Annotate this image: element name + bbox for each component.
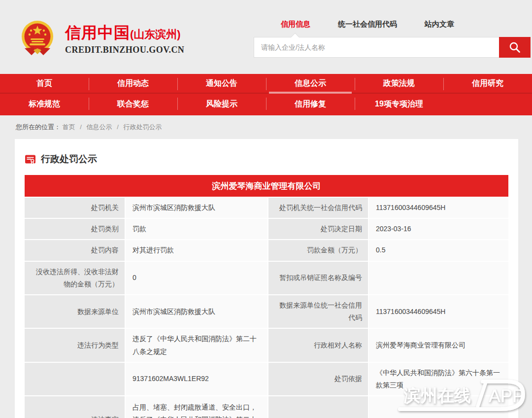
- table-label-cell: 处罚机关统一社会信用代码: [268, 198, 368, 218]
- nav-item-policies[interactable]: 政策法规: [355, 74, 443, 93]
- table-value-cell: 11371600344609645H: [369, 295, 508, 328]
- tab-site-articles[interactable]: 站内文章: [425, 20, 454, 29]
- table-label-cell: 违法事实: [25, 396, 125, 418]
- nav-item-credit-news[interactable]: 信用动态: [89, 74, 177, 93]
- breadcrumb-info-disclosure[interactable]: 信息公示: [87, 123, 112, 131]
- table-value-cell: 罚款: [126, 219, 267, 239]
- tab-unified-social-credit-code[interactable]: 统一社会信用代码: [338, 20, 397, 29]
- table-label-cell: [25, 363, 125, 395]
- logo-region: (山东滨州): [130, 28, 181, 40]
- table-row: 数据来源单位 滨州市滨城区消防救援大队 数据来源单位统一社会信用代码 11371…: [25, 295, 508, 328]
- logo-text-block: 信用中国(山东滨州) CREDIT.BINZHOU.GOV.CN: [65, 22, 184, 55]
- table-label-cell: 行政相对人名称: [268, 329, 368, 361]
- table-label-cell: 处罚类别: [25, 219, 125, 239]
- logo-title: 信用中国: [65, 24, 130, 41]
- table-value-cell: 滨州爱琴海商业管理有限公司: [369, 329, 508, 361]
- table-label-cell: 数据来源单位统一社会信用代码: [268, 295, 368, 328]
- search-icon: [508, 41, 521, 54]
- content-panel: 行政处罚公示 滨州爱琴海商业管理有限公司 处罚机关 滨州市滨城区消防救援大队 处…: [15, 139, 518, 418]
- table-label-cell: 暂扣或吊销证照名称及编号: [268, 262, 368, 294]
- table-label-cell: 处罚机关: [25, 198, 125, 218]
- nav-item-credit-repair[interactable]: 信用修复: [266, 94, 355, 114]
- table-label-cell: 罚款金额（万元）: [268, 240, 368, 260]
- table-label-cell: 数据来源单位: [25, 295, 125, 328]
- breadcrumb: 您所在的位置： 首页 / 信息公示 / 行政处罚公示: [0, 115, 532, 132]
- search-box: [254, 37, 531, 58]
- site-header: 信用中国(山东滨州) CREDIT.BINZHOU.GOV.CN 信用信息 统一…: [0, 0, 532, 74]
- table-value-cell: 0: [126, 262, 267, 294]
- nav-row-2: 标准规范 联合奖惩 风险提示 信用修复 19项专项治理: [0, 94, 532, 114]
- table-value-cell: 滨州市滨城区消防救援大队: [126, 295, 267, 328]
- main-navigation: 首页 信用动态 通知公告 信息公示 政策法规 信用研究 标准规范 联合奖惩 风险…: [0, 74, 532, 115]
- table-row: 处罚内容 对其进行罚款 罚款金额（万元） 0.5: [25, 240, 508, 260]
- breadcrumb-separator: /: [117, 123, 119, 131]
- certificate-icon: [25, 154, 36, 165]
- table-row: 91371602MA3WL1ER92 处罚依据 《中华人民共和国消防法》第六十条…: [25, 363, 508, 395]
- table-value-cell: [369, 396, 508, 418]
- table-value-cell: 2023-03-16: [369, 219, 508, 239]
- table-row: 违法行为类型 违反了《中华人民共和国消防法》第二十八条之规定 行政相对人名称 滨…: [25, 329, 508, 361]
- table-value-cell: 0.5: [369, 240, 508, 260]
- company-name-header: 滨州爱琴海商业管理有限公司: [25, 175, 508, 197]
- table-label-cell: 没收违法所得、没收非法财物的金额（万元）: [25, 262, 125, 294]
- breadcrumb-home[interactable]: 首页: [63, 123, 75, 131]
- table-label-cell: 处罚内容: [25, 240, 125, 260]
- table-value-cell: 《中华人民共和国消防法》第六十条第一款第三项: [369, 363, 508, 395]
- table-value-cell: 11371600344609645H: [369, 198, 508, 218]
- table-row: 处罚类别 罚款 处罚决定日期 2023-03-16: [25, 219, 508, 239]
- logo-domain: CREDIT.BINZHOU.GOV.CN: [65, 45, 184, 55]
- table-row: 违法事实 占用、堵塞、封闭疏散通道、安全出口，违反了《中华人民共和国消防法》第二…: [25, 396, 508, 418]
- nav-item-info-disclosure[interactable]: 信息公示: [266, 74, 355, 93]
- breadcrumb-admin-penalty[interactable]: 行政处罚公示: [123, 123, 162, 131]
- search-tabs: 信用信息 统一社会信用代码 站内文章: [281, 20, 531, 29]
- search-area: 信用信息 统一社会信用代码 站内文章: [254, 20, 531, 58]
- nav-item-standards[interactable]: 标准规范: [0, 94, 89, 114]
- table-value-cell: 91371602MA3WL1ER92: [126, 363, 267, 395]
- penalty-table: 滨州爱琴海商业管理有限公司 处罚机关 滨州市滨城区消防救援大队 处罚机关统一社会…: [24, 174, 509, 418]
- table-value-cell: 对其进行罚款: [126, 240, 267, 260]
- nav-item-risk-alerts[interactable]: 风险提示: [177, 94, 266, 114]
- breadcrumb-prefix: 您所在的位置：: [16, 123, 61, 131]
- search-input[interactable]: [254, 37, 499, 58]
- table-value-cell: 滨州市滨城区消防救援大队: [126, 198, 267, 218]
- table-row: 处罚机关 滨州市滨城区消防救援大队 处罚机关统一社会信用代码 113716003…: [25, 198, 508, 218]
- nav-item-19-special-governance[interactable]: 19项专项治理: [355, 94, 443, 114]
- table-label-cell: 违法行为类型: [25, 329, 125, 361]
- nav-item-notices[interactable]: 通知公告: [177, 74, 266, 93]
- china-national-emblem-icon: [17, 18, 58, 59]
- table-label-cell: [268, 396, 368, 418]
- table-label-cell: 处罚依据: [268, 363, 368, 395]
- breadcrumb-separator: /: [80, 123, 82, 131]
- site-logo[interactable]: 信用中国(山东滨州) CREDIT.BINZHOU.GOV.CN: [17, 18, 184, 59]
- table-row: 没收违法所得、没收非法财物的金额（万元） 0 暂扣或吊销证照名称及编号: [25, 262, 508, 294]
- page-title: 行政处罚公示: [41, 153, 97, 166]
- table-label-cell: 处罚决定日期: [268, 219, 368, 239]
- nav-item-joint-rewards-punishments[interactable]: 联合奖惩: [89, 94, 177, 114]
- page-title-row: 行政处罚公示: [15, 139, 518, 166]
- table-value-cell: [369, 262, 508, 294]
- search-button[interactable]: [499, 37, 531, 58]
- table-value-cell: 违反了《中华人民共和国消防法》第二十八条之规定: [126, 329, 267, 361]
- table-company-header-row: 滨州爱琴海商业管理有限公司: [25, 175, 508, 197]
- nav-item-home[interactable]: 首页: [0, 74, 89, 93]
- tab-credit-info[interactable]: 信用信息: [281, 20, 310, 29]
- table-value-cell: 占用、堵塞、封闭疏散通道、安全出口，违反了《中华人民共和国消防法》第二十八条之规…: [126, 396, 267, 418]
- nav-row-1: 首页 信用动态 通知公告 信息公示 政策法规 信用研究: [0, 74, 532, 94]
- nav-item-credit-research[interactable]: 信用研究: [443, 74, 532, 93]
